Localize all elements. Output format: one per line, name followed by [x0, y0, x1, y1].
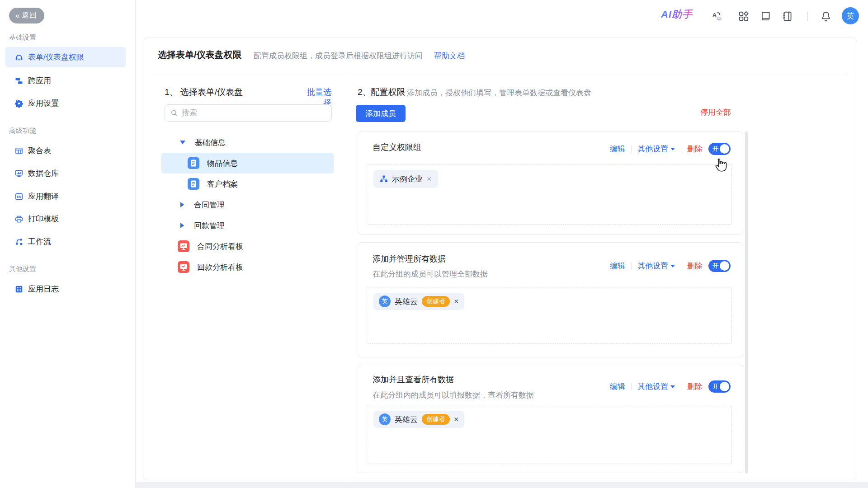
member-drop-area[interactable]: 示例企业 × — [367, 164, 732, 225]
sidebar-item-workflow[interactable]: 工作流 — [5, 231, 126, 252]
sidebar-item-app-settings[interactable]: 应用设置 — [5, 93, 126, 113]
member-drop-area[interactable]: 英 英雄云 创建者 × — [367, 287, 732, 344]
edit-link[interactable]: 编辑 — [610, 381, 625, 392]
group-actions: 编辑 其他设置 删除 开 — [610, 143, 731, 155]
tree-dashboard-contract-analysis[interactable]: 合同分析看板 — [161, 236, 334, 257]
tree-folder-basic-info[interactable]: 基础信息 — [161, 132, 334, 153]
chevron-down-icon[interactable] — [180, 141, 185, 144]
group-actions: 编辑 其他设置 删除 开 — [610, 380, 731, 393]
chevron-down-icon — [670, 265, 675, 267]
sidebar-section-basic-settings: 基础设置 — [9, 33, 36, 42]
edit-link[interactable]: 编辑 — [610, 261, 625, 271]
journal-icon[interactable] — [782, 10, 793, 22]
panel-divider — [346, 73, 346, 480]
action-separator — [631, 263, 632, 270]
back-button[interactable]: « 返回 — [9, 8, 44, 23]
data-warehouse-icon — [14, 169, 24, 178]
remove-member-icon[interactable]: × — [454, 297, 459, 305]
chevron-right-icon[interactable] — [180, 223, 184, 228]
sidebar-item-app-log[interactable]: 应用日志 — [5, 279, 126, 299]
vertical-scrollbar[interactable] — [745, 131, 748, 474]
chevron-down-icon — [670, 148, 675, 150]
group-subtitle: 在此分组内的成员可以填报数据，查看所有数据 — [373, 390, 534, 400]
tree-folder-label: 合同管理 — [194, 200, 225, 210]
tree-search-box — [165, 104, 332, 122]
sidebar-item-label: 打印模板 — [28, 214, 59, 224]
svg-text:EN: EN — [17, 195, 21, 198]
bell-icon[interactable] — [820, 10, 832, 22]
more-settings-dropdown[interactable]: 其他设置 — [637, 381, 675, 392]
tree-form-label: 物品信息 — [207, 158, 238, 169]
action-separator — [681, 145, 681, 153]
member-avatar: 英 — [379, 296, 391, 307]
disable-all-link[interactable]: 停用全部 — [700, 107, 731, 117]
action-separator — [631, 145, 632, 153]
chevron-down-icon — [670, 385, 675, 388]
sidebar-item-form-dashboard-permission[interactable]: 表单/仪表盘权限 — [5, 47, 126, 67]
more-settings-label: 其他设置 — [637, 381, 668, 392]
enable-toggle[interactable]: 开 — [708, 143, 731, 155]
tree-dashboard-label: 回款分析看板 — [197, 262, 243, 272]
sidebar-section-advanced: 高级功能 — [9, 127, 36, 135]
group-title: 自定义权限组 — [373, 142, 421, 153]
content-card: 选择表单/仪表盘权限 配置成员权限组，成员登录后根据权限组进行访问 帮助文档 1… — [143, 38, 857, 480]
add-member-button[interactable]: 添加成员 — [356, 105, 406, 122]
dashboard-icon — [178, 240, 189, 252]
toggle-on-label: 开 — [712, 262, 719, 270]
action-separator — [681, 383, 681, 390]
help-doc-link[interactable]: 帮助文档 — [434, 51, 465, 61]
group-title: 添加并且查看所有数据 — [373, 374, 454, 385]
enable-toggle[interactable]: 开 — [708, 380, 731, 393]
tree-form-item-customer-files[interactable]: 客户档案 — [161, 174, 334, 194]
more-settings-dropdown[interactable]: 其他设置 — [637, 261, 675, 271]
toggle-knob — [720, 382, 729, 391]
sidebar-section-other: 其他设置 — [9, 265, 36, 273]
sidebar-item-label: 聚合表 — [28, 145, 51, 156]
sidebar-item-print-template[interactable]: 打印模板 — [5, 209, 126, 229]
toggle-knob — [720, 144, 729, 154]
sidebar-item-label: 应用翻译 — [28, 191, 59, 202]
tree-dashboard-payment-analysis[interactable]: 回款分析看板 — [161, 257, 334, 277]
chevron-right-icon[interactable] — [180, 202, 184, 207]
tree-folder-label: 回款管理 — [194, 221, 225, 231]
sidebar-item-label: 数据仓库 — [28, 168, 59, 178]
enable-toggle[interactable]: 开 — [708, 260, 731, 272]
action-separator — [681, 263, 681, 270]
delete-link[interactable]: 删除 — [687, 144, 703, 154]
sidebar-item-label: 应用日志 — [28, 284, 59, 294]
tree-folder-label: 基础信息 — [195, 137, 226, 148]
permission-group-card: 添加并且查看所有数据 在此分组内的成员可以填报数据，查看所有数据 编辑 其他设置… — [358, 365, 743, 473]
remove-member-icon[interactable]: × — [427, 175, 432, 183]
cross-app-icon — [14, 76, 24, 85]
sidebar-item-app-translate[interactable]: EN 应用翻译 — [5, 186, 126, 206]
sidebar-item-label: 应用设置 — [28, 98, 59, 108]
search-input[interactable] — [182, 108, 326, 117]
delete-link[interactable]: 删除 — [687, 381, 703, 392]
sidebar-item-cross-app[interactable]: 跨应用 — [5, 70, 126, 91]
tree-folder-payment-mgmt[interactable]: 回款管理 — [161, 215, 334, 236]
action-separator — [631, 383, 632, 390]
ai-assistant-button[interactable]: AI助手 — [661, 8, 693, 21]
member-drop-area[interactable]: 英 英雄云 创建者 × — [367, 405, 732, 464]
user-avatar[interactable]: 英 — [842, 7, 859, 24]
book-icon[interactable] — [760, 10, 772, 22]
step2-title: 2、配置权限 — [358, 86, 406, 98]
group-subtitle: 在此分组的成员可以管理全部数据 — [373, 269, 488, 279]
delete-link[interactable]: 删除 — [687, 261, 703, 271]
form-doc-icon — [188, 157, 199, 169]
edit-link[interactable]: 编辑 — [610, 144, 625, 154]
tree-form-item-goods-info[interactable]: 物品信息 — [161, 153, 334, 174]
translate-icon[interactable]: A 中 — [711, 10, 723, 22]
more-settings-dropdown[interactable]: 其他设置 — [637, 144, 675, 154]
search-icon — [170, 109, 178, 117]
group-actions: 编辑 其他设置 删除 开 — [610, 260, 731, 272]
sidebar-item-label: 跨应用 — [28, 75, 51, 86]
sidebar-item-aggregate-table[interactable]: 聚合表 — [5, 141, 126, 161]
remove-member-icon[interactable]: × — [454, 415, 459, 423]
printer-icon — [14, 215, 24, 224]
toggle-on-label: 开 — [712, 145, 719, 153]
department-name: 示例企业 — [392, 174, 423, 184]
tree-folder-contract-mgmt[interactable]: 合同管理 — [161, 194, 334, 215]
apps-grid-icon[interactable] — [738, 10, 750, 22]
sidebar-item-data-warehouse[interactable]: 数据仓库 — [5, 163, 126, 183]
